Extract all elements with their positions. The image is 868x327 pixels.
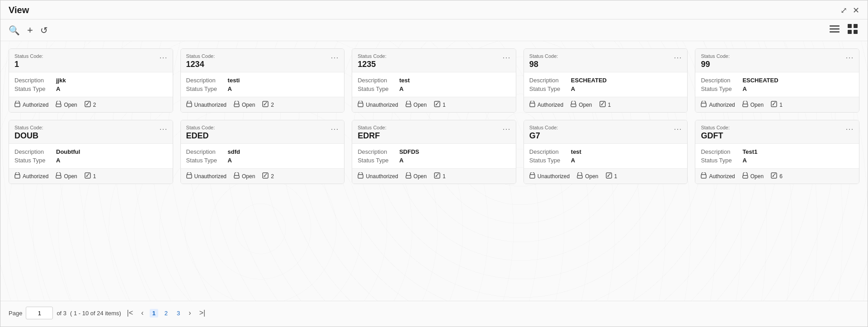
page-last-button[interactable]: >| bbox=[197, 308, 208, 318]
page-first-button[interactable]: |< bbox=[125, 308, 136, 318]
lock-status-item[interactable]: Open bbox=[742, 172, 764, 180]
card-header: Status Code:1235⋯ bbox=[352, 49, 516, 72]
app-window: View ⤢ ✕ 🔍 + ↺ bbox=[0, 0, 868, 327]
edit-count-item[interactable]: 1 bbox=[85, 172, 96, 180]
lock-status-item[interactable]: Open bbox=[406, 101, 427, 109]
window-title: View bbox=[9, 5, 29, 15]
status-type-value: A bbox=[56, 85, 60, 92]
status-type-label: Status Type bbox=[529, 157, 566, 164]
auth-icon bbox=[358, 172, 363, 180]
lock-status-item[interactable]: Open bbox=[56, 101, 77, 109]
card-menu-dots[interactable]: ⋯ bbox=[330, 125, 339, 133]
card-menu-dots[interactable]: ⋯ bbox=[330, 53, 339, 62]
card-menu-dots[interactable]: ⋯ bbox=[674, 53, 682, 62]
card-menu-dots[interactable]: ⋯ bbox=[674, 125, 682, 133]
page-of: of 3 bbox=[57, 310, 66, 317]
auth-status-item[interactable]: Authorized bbox=[529, 101, 563, 109]
auth-status-item[interactable]: Authorized bbox=[14, 172, 48, 180]
status-code-label: Status Code: bbox=[701, 125, 730, 130]
resize-icon[interactable]: ⤢ bbox=[840, 5, 847, 15]
edit-count-item[interactable]: 1 bbox=[434, 172, 446, 180]
card-menu-dots[interactable]: ⋯ bbox=[159, 53, 167, 62]
status-code-label: Status Code: bbox=[358, 125, 387, 130]
lock-status-item[interactable]: Open bbox=[234, 172, 255, 180]
card-menu-dots[interactable]: ⋯ bbox=[502, 125, 510, 133]
svg-rect-15 bbox=[434, 101, 440, 107]
status-code-label: Status Code: bbox=[14, 53, 43, 59]
page-range: ( 1 - 10 of 24 items) bbox=[70, 310, 121, 317]
auth-status-text: Unauthorized bbox=[366, 102, 398, 108]
lock-status-item[interactable]: Open bbox=[571, 101, 592, 109]
toolbar-left: 🔍 + ↺ bbox=[9, 24, 48, 36]
status-type-label: Status Type bbox=[14, 85, 51, 92]
card-body: DescriptionDoubtfulStatus TypeA bbox=[9, 144, 173, 168]
edit-count-item[interactable]: 1 bbox=[771, 101, 783, 109]
page-prev-button[interactable]: ‹ bbox=[139, 308, 146, 318]
auth-status-item[interactable]: Unauthorized bbox=[186, 172, 226, 180]
close-icon[interactable]: ✕ bbox=[853, 5, 859, 15]
svg-rect-22 bbox=[15, 175, 20, 178]
list-view-button[interactable] bbox=[828, 24, 841, 36]
search-icon[interactable]: 🔍 bbox=[9, 25, 20, 36]
page-2-button[interactable]: 2 bbox=[162, 309, 170, 318]
lock-status-item[interactable]: Open bbox=[56, 172, 77, 180]
lock-icon bbox=[571, 101, 576, 109]
page-input[interactable] bbox=[26, 307, 53, 319]
edit-count-item[interactable]: 1 bbox=[434, 101, 446, 109]
auth-status-item[interactable]: Authorized bbox=[701, 172, 735, 180]
edit-count-text: 1 bbox=[443, 102, 446, 108]
page-next-button[interactable]: › bbox=[186, 308, 193, 318]
card-row2-col1: Status Code:DOUB⋯DescriptionDoubtfulStat… bbox=[9, 120, 173, 184]
card-header-left: Status Code:G7 bbox=[529, 125, 558, 141]
add-icon[interactable]: + bbox=[27, 24, 33, 36]
edit-count-item[interactable]: 6 bbox=[771, 172, 783, 180]
refresh-icon[interactable]: ↺ bbox=[40, 25, 48, 36]
page-1-button[interactable]: 1 bbox=[150, 309, 158, 318]
lock-icon bbox=[742, 101, 748, 109]
grid-view-button[interactable] bbox=[846, 23, 859, 37]
status-type-field: Status TypeA bbox=[14, 85, 167, 92]
status-code-label: Status Code: bbox=[529, 125, 558, 130]
edit-count-item[interactable]: 1 bbox=[606, 172, 618, 180]
edit-count-item[interactable]: 2 bbox=[262, 172, 274, 180]
auth-status-item[interactable]: Unauthorized bbox=[186, 101, 226, 109]
auth-status-item[interactable]: Authorized bbox=[14, 101, 48, 109]
description-value: sdfd bbox=[228, 148, 240, 155]
edit-count-item[interactable]: 2 bbox=[85, 101, 96, 109]
card-menu-dots[interactable]: ⋯ bbox=[159, 125, 167, 133]
svg-rect-20 bbox=[743, 104, 748, 107]
auth-status-item[interactable]: Unauthorized bbox=[529, 172, 570, 180]
desc-field: Descriptionsdfd bbox=[186, 148, 339, 155]
lock-status-item[interactable]: Open bbox=[742, 101, 764, 109]
lock-status-item[interactable]: Open bbox=[577, 172, 598, 180]
lock-status-item[interactable]: Open bbox=[406, 172, 427, 180]
auth-status-item[interactable]: Authorized bbox=[701, 101, 735, 109]
lock-icon bbox=[577, 172, 583, 180]
description-value: Test1 bbox=[742, 148, 757, 155]
auth-status-item[interactable]: Unauthorized bbox=[358, 172, 398, 180]
card-menu-dots[interactable]: ⋯ bbox=[502, 53, 510, 62]
edit-count-item[interactable]: 2 bbox=[262, 101, 274, 109]
card-row2-col3: Status Code:EDRF⋯DescriptionSDFDSStatus … bbox=[352, 120, 516, 184]
status-type-value: A bbox=[228, 157, 232, 164]
card-header: Status Code:98⋯ bbox=[524, 49, 688, 72]
svg-rect-6 bbox=[854, 30, 858, 34]
lock-status-text: Open bbox=[64, 173, 77, 180]
card-footer: AuthorizedOpen2 bbox=[9, 97, 173, 112]
card-row1-col2: Status Code:1234⋯DescriptiontestiStatus … bbox=[180, 48, 345, 113]
svg-rect-12 bbox=[263, 101, 268, 107]
edit-count-item[interactable]: 1 bbox=[599, 101, 611, 109]
card-menu-dots[interactable]: ⋯ bbox=[845, 125, 854, 133]
card-menu-dots[interactable]: ⋯ bbox=[845, 53, 854, 62]
edit-count-text: 2 bbox=[271, 102, 274, 108]
auth-status-item[interactable]: Unauthorized bbox=[358, 101, 398, 109]
edit-count-text: 2 bbox=[93, 102, 96, 108]
card-body: DescriptionTest1Status TypeA bbox=[695, 144, 859, 168]
card-header: Status Code:EDRF⋯ bbox=[352, 120, 516, 144]
lock-status-item[interactable]: Open bbox=[234, 101, 255, 109]
page-3-button[interactable]: 3 bbox=[174, 309, 183, 318]
cards-row-2: Status Code:DOUB⋯DescriptionDoubtfulStat… bbox=[9, 120, 859, 184]
status-type-field: Status TypeA bbox=[529, 157, 682, 164]
toolbar: 🔍 + ↺ bbox=[0, 19, 868, 41]
svg-rect-26 bbox=[234, 175, 239, 178]
